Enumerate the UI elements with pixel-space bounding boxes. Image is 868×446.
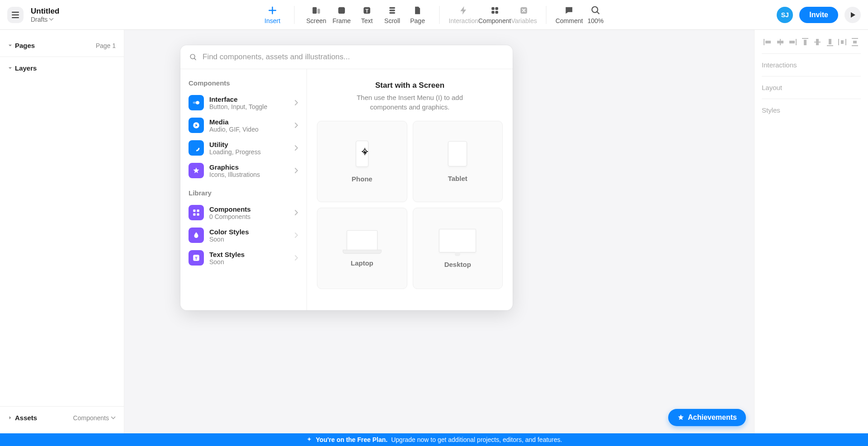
hamburger-icon — [12, 12, 19, 18]
styles-section[interactable]: Styles — [762, 99, 861, 121]
phone-shape-icon — [356, 141, 368, 167]
category-color-styles[interactable]: Color StylesSoon — [184, 224, 303, 247]
variables-tool[interactable]: Variables — [511, 5, 537, 24]
screen-option-tablet[interactable]: Tablet — [413, 121, 503, 202]
menu-button[interactable] — [7, 7, 24, 23]
text-tool[interactable]: T Text — [354, 5, 380, 24]
insert-panel: Components InterfaceButton, Input, Toggl… — [180, 45, 513, 310]
document-info[interactable]: Untitled Drafts — [31, 7, 59, 23]
sparkle-icon — [306, 437, 312, 443]
insert-search-bar — [180, 45, 513, 69]
interaction-tool[interactable]: Interaction — [449, 5, 478, 24]
page-tool[interactable]: Page — [405, 5, 430, 24]
category-text-styles[interactable]: TText StylesSoon — [184, 247, 303, 269]
invite-button[interactable]: Invite — [799, 7, 838, 23]
align-vcenter-button[interactable] — [811, 38, 823, 46]
main-area: Pages Page 1 Layers Assets Components — [0, 30, 868, 433]
interaction-tool-label: Interaction — [449, 17, 478, 24]
svg-rect-32 — [777, 41, 783, 43]
interface-icon — [189, 95, 204, 110]
assets-mode: Components — [73, 414, 109, 422]
frame-tool[interactable]: Frame — [329, 5, 354, 24]
align-hcenter-button[interactable] — [774, 38, 786, 46]
text-tool-label: Text — [361, 17, 373, 24]
document-title: Untitled — [31, 7, 59, 16]
insert-tool[interactable]: Insert — [260, 5, 285, 24]
category-utility[interactable]: UtilityLoading, Progress — [184, 137, 303, 159]
sidebar-divider — [0, 406, 124, 407]
distribute-h-icon — [838, 39, 846, 45]
frame-tool-label: Frame — [332, 17, 350, 24]
utility-icon — [189, 140, 204, 156]
interactions-section[interactable]: Interactions — [762, 54, 861, 76]
svg-rect-23 — [197, 209, 199, 212]
scroll-tool[interactable]: Scroll — [380, 5, 405, 24]
zoom-tool[interactable]: 100% — [583, 5, 608, 24]
starter-title: Start with a Screen — [375, 81, 444, 90]
free-plan-banner[interactable]: You're on the Free Plan. Upgrade now to … — [0, 433, 868, 446]
svg-rect-12 — [495, 7, 498, 9]
align-left-button[interactable] — [762, 38, 774, 46]
svg-rect-41 — [838, 39, 839, 45]
insert-starter: Start with a Screen Then use the Insert … — [307, 69, 513, 310]
category-interface[interactable]: InterfaceButton, Input, Toggle — [184, 91, 303, 114]
align-hcenter-icon — [776, 39, 784, 45]
play-button[interactable] — [844, 7, 861, 23]
page-tool-label: Page — [410, 17, 425, 24]
svg-rect-43 — [841, 40, 844, 44]
layers-section[interactable]: Layers — [8, 62, 116, 75]
media-icon — [189, 118, 204, 133]
svg-rect-24 — [193, 214, 195, 216]
insert-search-input[interactable] — [203, 52, 504, 62]
comment-tool[interactable]: Comment — [556, 5, 583, 24]
assets-section[interactable]: Assets Components — [8, 411, 116, 424]
svg-point-19 — [196, 101, 199, 104]
screen-option-phone[interactable]: Phone — [317, 121, 407, 202]
category-media[interactable]: MediaAudio, GIF, Video — [184, 114, 303, 137]
align-right-icon — [788, 39, 797, 45]
category-graphics[interactable]: GraphicsIcons, Illustrations — [184, 159, 303, 182]
pages-label: Pages — [15, 42, 35, 49]
screen-tool[interactable]: Screen — [304, 5, 329, 24]
layout-section[interactable]: Layout — [762, 76, 861, 99]
chevron-right-icon — [294, 232, 298, 238]
achievements-button[interactable]: Achievements — [668, 409, 746, 426]
distribute-v-button[interactable] — [849, 38, 861, 46]
scroll-tool-label: Scroll — [384, 17, 400, 24]
topbar-right: SJ Invite — [777, 7, 861, 23]
distribute-h-button[interactable] — [836, 38, 848, 46]
screen-option-desktop[interactable]: Desktop — [413, 208, 503, 289]
category-components[interactable]: Components0 Components — [184, 201, 303, 224]
chevron-down-icon — [49, 17, 54, 22]
canvas[interactable]: Components InterfaceButton, Input, Toggl… — [124, 30, 754, 433]
toolbar-separator — [546, 6, 547, 24]
align-right-button[interactable] — [787, 38, 798, 46]
components-header: Components — [184, 76, 303, 91]
user-avatar[interactable]: SJ — [777, 7, 793, 23]
alignment-row — [762, 36, 861, 54]
text-icon: T — [362, 5, 372, 15]
screen-tool-label: Screen — [306, 17, 326, 24]
toolbar-separator — [294, 6, 295, 24]
pages-section[interactable]: Pages Page 1 — [8, 39, 116, 52]
top-toolbar: Untitled Drafts Insert Screen Frame T Te… — [0, 0, 868, 30]
category-title: Color Styles — [209, 228, 289, 236]
caret-down-icon — [8, 66, 12, 70]
star-icon — [677, 414, 684, 421]
variables-tool-label: Variables — [511, 17, 537, 24]
align-bottom-button[interactable] — [824, 38, 836, 46]
plus-icon — [268, 5, 278, 15]
zoom-level-label: 100% — [587, 17, 604, 24]
caret-right-icon — [8, 416, 12, 420]
insert-tool-label: Insert — [264, 17, 280, 24]
search-icon — [189, 53, 197, 61]
toolbar-separator — [439, 6, 440, 24]
svg-rect-0 — [12, 12, 19, 13]
svg-rect-36 — [804, 40, 807, 45]
chevron-right-icon — [294, 167, 298, 174]
component-tool[interactable]: Component — [478, 5, 511, 24]
category-subtitle: Loading, Progress — [209, 148, 289, 156]
screen-option-laptop[interactable]: Laptop — [317, 208, 407, 289]
color-icon — [189, 228, 204, 243]
align-top-button[interactable] — [799, 38, 811, 46]
